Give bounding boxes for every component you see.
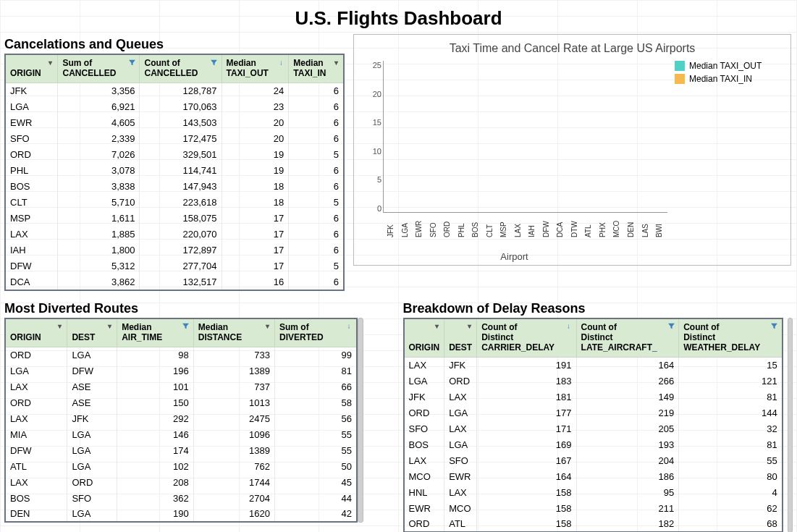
table-row[interactable]: MCOEWR16418680: [404, 468, 783, 484]
cell-median-taxi-in: 6: [289, 131, 344, 147]
column-header[interactable]: Count ofDistinct LATE_AIRCRAFT_: [576, 318, 679, 358]
cell-count-cancelled: 147,943: [140, 179, 222, 195]
cell-air-time: 102: [117, 458, 194, 474]
column-header[interactable]: MedianTAXI_OUT↓: [222, 54, 289, 83]
table-row[interactable]: HNLLAX158954: [404, 484, 783, 500]
sort-descending-icon[interactable]: ↓: [345, 322, 353, 331]
filter-icon[interactable]: [770, 322, 779, 331]
column-header[interactable]: DEST▾: [444, 318, 477, 358]
taxi-chart[interactable]: Taxi Time and Cancel Rate at Large US Ai…: [353, 34, 791, 266]
table-row[interactable]: DENLGA190162042: [5, 506, 357, 522]
table-row[interactable]: SFO2,339172,475206: [5, 131, 344, 147]
table-row[interactable]: ORDLGA177219144: [404, 405, 783, 421]
cell-air-time: 196: [117, 363, 194, 379]
cell-distance: 1389: [193, 442, 274, 458]
filter-icon[interactable]: [127, 58, 136, 67]
chevron-down-icon[interactable]: ▾: [332, 58, 340, 67]
table-row[interactable]: LGADFW196138981: [5, 363, 357, 379]
table-row[interactable]: EWR4,605143,503206: [5, 115, 344, 131]
column-header[interactable]: Count ofCANCELLED: [140, 54, 222, 83]
table-row[interactable]: SFOLAX17120532: [404, 421, 783, 436]
cell-dest: ASE: [67, 394, 117, 410]
column-header[interactable]: MedianDISTANCE▾: [193, 318, 274, 347]
chevron-down-icon[interactable]: ▾: [55, 322, 64, 331]
table-row[interactable]: BOSLGA16919381: [404, 436, 783, 452]
column-header[interactable]: ORIGIN▾: [5, 54, 58, 83]
column-header[interactable]: MedianAIR_TIME: [117, 318, 194, 347]
table-row[interactable]: MIALGA146109655: [5, 426, 357, 442]
chevron-down-icon[interactable]: ▾: [105, 322, 114, 331]
table-row[interactable]: EWRMCO15821162: [404, 500, 783, 516]
table-row[interactable]: LAXJFK19116415: [404, 357, 783, 373]
cell-median-taxi-out: 19: [222, 147, 289, 163]
table-row[interactable]: CLT5,710223,618185: [5, 195, 344, 211]
table-row[interactable]: JFK3,356128,787246: [5, 83, 344, 99]
cell-dest: LGA: [444, 405, 477, 421]
column-header[interactable]: ORIGIN▾: [404, 318, 444, 358]
cancel-table[interactable]: ORIGIN▾Sum ofCANCELLEDCount ofCANCELLEDM…: [4, 54, 345, 291]
chevron-down-icon[interactable]: ▾: [263, 322, 271, 331]
cell-count-cancelled: 223,618: [140, 195, 222, 211]
vertical-scrollbar[interactable]: [358, 318, 363, 523]
table-row[interactable]: DCA3,862132,517166: [5, 274, 344, 290]
table-row[interactable]: BOS3,838147,943186: [5, 179, 344, 195]
table-row[interactable]: LAXASE10173766: [5, 379, 357, 394]
chevron-down-icon[interactable]: ▾: [432, 322, 441, 331]
filter-icon[interactable]: [182, 322, 190, 331]
cell-dest: LGA: [67, 442, 117, 458]
table-row[interactable]: ATLLGA10276250: [5, 458, 357, 474]
x-tick-label: BOS: [471, 213, 481, 237]
cell-origin: EWR: [5, 115, 58, 131]
chart-legend: Median TAXI_OUT Median TAXI_IN: [667, 61, 783, 235]
table-row[interactable]: LGAORD183266121: [404, 373, 783, 389]
cell-dest: LAX: [444, 421, 477, 436]
table-row[interactable]: ORDASE150101358: [5, 394, 357, 410]
filter-icon[interactable]: [210, 58, 219, 67]
delay-table[interactable]: ORIGIN▾DEST▾Count ofDistinct CARRIER_DEL…: [403, 318, 783, 533]
cell-weather-delay: 68: [679, 516, 783, 532]
table-row[interactable]: MSP1,611158,075176: [5, 211, 344, 227]
cell-origin: SFO: [5, 131, 58, 147]
cell-carrier-delay: 158: [477, 500, 576, 516]
table-row[interactable]: DFWLGA174138955: [5, 442, 357, 458]
table-row[interactable]: LAX1,885220,070176: [5, 227, 344, 242]
chevron-down-icon[interactable]: ▾: [46, 58, 54, 67]
table-row[interactable]: ORD7,026329,501195: [5, 147, 344, 163]
cell-origin: ORD: [5, 394, 67, 410]
cell-origin: LAX: [5, 474, 67, 490]
vertical-scrollbar[interactable]: [788, 318, 793, 533]
table-row[interactable]: ORDLGA9873399: [5, 347, 357, 363]
table-row[interactable]: JFKLAX18114981: [404, 389, 783, 405]
column-header[interactable]: Sum ofDIVERTED↓: [275, 318, 357, 347]
sort-descending-icon[interactable]: ↓: [277, 58, 285, 67]
column-header[interactable]: DEST▾: [67, 318, 117, 347]
table-row[interactable]: LAXORD208174445: [5, 474, 357, 490]
table-row[interactable]: LGA6,921170,063236: [5, 99, 344, 115]
chevron-down-icon[interactable]: ▾: [465, 322, 473, 331]
column-header[interactable]: ORIGIN▾: [5, 318, 67, 347]
cell-dest: LAX: [444, 484, 477, 500]
column-header[interactable]: Count ofDistinct WEATHER_DELAY: [679, 318, 783, 358]
cell-dest: LGA: [67, 426, 117, 442]
diverted-table[interactable]: ORIGIN▾DEST▾MedianAIR_TIMEMedianDISTANCE…: [4, 318, 358, 523]
cell-sum-cancelled: 1,885: [58, 227, 140, 242]
sort-descending-icon[interactable]: ↓: [565, 322, 573, 331]
table-row[interactable]: LAXJFK292247556: [5, 410, 357, 426]
cell-air-time: 208: [117, 474, 194, 490]
column-header[interactable]: Sum ofCANCELLED: [58, 54, 140, 83]
table-row[interactable]: BOSSFO362270444: [5, 490, 357, 506]
chart-title: Taxi Time and Cancel Rate at Large US Ai…: [361, 42, 783, 55]
cell-count-cancelled: 329,501: [140, 147, 222, 163]
table-row[interactable]: PHL3,078114,741196: [5, 163, 344, 179]
table-row[interactable]: LAXSFO16720455: [404, 452, 783, 468]
x-tick-label: ORD: [442, 213, 452, 237]
column-header[interactable]: Count ofDistinct CARRIER_DELAY↓: [477, 318, 576, 358]
cell-late-aircraft: 164: [576, 357, 679, 373]
table-row[interactable]: IAH1,800172,897176: [5, 242, 344, 258]
column-header[interactable]: MedianTAXI_IN▾: [289, 54, 344, 83]
cell-distance: 733: [193, 347, 274, 363]
table-row[interactable]: ORDATL15818268: [404, 516, 783, 532]
table-row[interactable]: DFW5,312277,704175: [5, 258, 344, 274]
x-tick-label: DCA: [555, 213, 565, 237]
filter-icon[interactable]: [667, 322, 675, 331]
